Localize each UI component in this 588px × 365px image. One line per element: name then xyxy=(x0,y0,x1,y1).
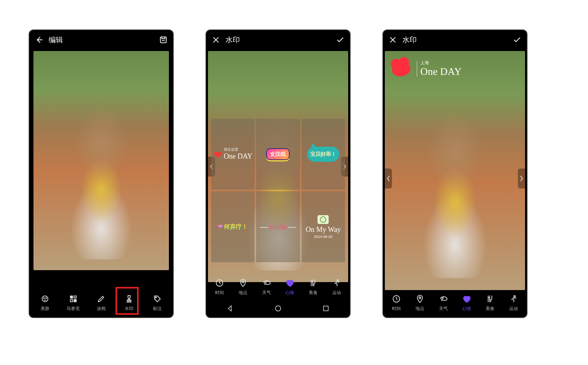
photo-canvas[interactable]: ❤我在这里One DAY 女汉纸 宝贝好乖！ 何弃疗！ smile On My … xyxy=(208,51,348,282)
confirm-icon[interactable] xyxy=(512,35,522,45)
applied-watermark[interactable]: 上海 One DAY xyxy=(392,60,462,78)
tool-label: 涂鸦 xyxy=(90,306,112,312)
android-navbar xyxy=(206,301,350,317)
svg-rect-0 xyxy=(161,37,167,43)
svg-point-18 xyxy=(514,296,515,297)
svg-point-10 xyxy=(242,281,244,283)
screen-watermark-picker: 水印 ❤我在这里One DAY 女汉纸 宝贝好乖！ 何弃疗！ smile xyxy=(206,30,350,317)
save-icon[interactable] xyxy=(159,35,168,45)
header: 水印 xyxy=(383,30,527,49)
svg-point-2 xyxy=(44,298,45,298)
close-icon[interactable] xyxy=(211,35,221,45)
screen-watermark-applied: 水印 上海 One DAY 时间 地点 天气 心情 美食 运动 xyxy=(383,30,527,317)
brush-icon xyxy=(90,294,112,304)
photo-canvas[interactable]: 上海 One DAY xyxy=(385,51,525,290)
cat-weather[interactable]: 天气 xyxy=(433,294,454,312)
svg-rect-5 xyxy=(74,296,76,298)
watermark-grid: ❤我在这里One DAY 女汉纸 宝贝好乖！ 何弃疗！ smile On My … xyxy=(211,119,345,262)
weather-icon xyxy=(256,278,277,288)
tool-draw[interactable]: 涂鸦 xyxy=(90,294,112,312)
photo-subject xyxy=(64,106,139,259)
food-icon xyxy=(479,294,501,304)
edit-toolbar: 美肤 马赛克 涂鸦 水印 标注 xyxy=(29,290,173,317)
category-toolbar: 时间 地点 天气 心情 美食 运动 xyxy=(206,275,350,301)
highlight-box xyxy=(116,287,139,315)
header: 编辑 xyxy=(29,30,173,49)
tool-mosaic[interactable]: 马赛克 xyxy=(63,294,84,312)
cat-mood[interactable]: 心情 xyxy=(279,278,300,296)
svg-rect-6 xyxy=(70,300,73,302)
svg-point-8 xyxy=(155,297,157,298)
cat-food[interactable]: 美食 xyxy=(302,278,324,296)
prev-watermark[interactable] xyxy=(385,169,392,188)
svg-point-12 xyxy=(337,280,339,281)
photo-canvas[interactable] xyxy=(33,51,169,270)
cat-sport[interactable]: 运动 xyxy=(326,278,347,296)
cat-time[interactable]: 时间 xyxy=(209,278,230,296)
clock-icon xyxy=(386,294,407,304)
svg-point-16 xyxy=(419,297,421,299)
mosaic-icon xyxy=(63,294,84,304)
photo-subject xyxy=(416,111,494,278)
tool-label: 标注 xyxy=(147,306,168,312)
tag-icon xyxy=(147,294,168,304)
svg-point-13 xyxy=(275,306,280,311)
watermark-option-omw[interactable]: On My Way2014-05-20 xyxy=(302,191,345,262)
cat-location[interactable]: 地点 xyxy=(232,278,254,296)
clock-icon xyxy=(209,278,230,288)
back-icon[interactable] xyxy=(34,35,44,45)
cat-location[interactable]: 地点 xyxy=(409,294,431,312)
svg-point-1 xyxy=(42,296,48,302)
heart-icon xyxy=(279,278,300,288)
header-title: 编辑 xyxy=(49,35,159,45)
watermark-option-bbhg[interactable]: 宝贝好乖！ xyxy=(302,119,345,190)
nav-recent[interactable] xyxy=(322,304,330,314)
watermark-location: 上海 xyxy=(420,60,462,66)
header-title: 水印 xyxy=(402,35,512,45)
tool-annotate[interactable]: 标注 xyxy=(147,294,168,312)
cat-sport[interactable]: 运动 xyxy=(503,294,524,312)
svg-rect-7 xyxy=(74,300,76,302)
nav-back[interactable] xyxy=(226,304,234,314)
watermark-option-nhz[interactable]: 女汉纸 xyxy=(256,119,300,190)
heart-icon: ❤ xyxy=(214,149,222,161)
header: 水印 xyxy=(206,30,350,49)
svg-rect-4 xyxy=(70,296,73,298)
svg-rect-14 xyxy=(323,306,328,311)
svg-point-3 xyxy=(46,298,47,298)
camera-icon xyxy=(318,215,329,224)
pin-icon xyxy=(232,278,254,288)
close-icon[interactable] xyxy=(388,35,398,45)
nav-home[interactable] xyxy=(274,304,282,314)
watermark-option-hbl[interactable]: 何弃疗！ xyxy=(211,191,255,262)
watermark-text: One DAY xyxy=(420,66,462,77)
separator xyxy=(417,61,417,77)
heart-icon xyxy=(456,294,477,304)
pin-icon xyxy=(409,294,431,304)
run-icon xyxy=(503,294,524,304)
cat-time[interactable]: 时间 xyxy=(386,294,407,312)
next-watermark[interactable] xyxy=(518,169,525,188)
heart-icon xyxy=(391,60,412,78)
watermark-option-oneday[interactable]: ❤我在这里One DAY xyxy=(211,119,255,190)
food-icon xyxy=(302,278,324,288)
weather-icon xyxy=(433,294,454,304)
tool-label: 美肤 xyxy=(34,306,56,312)
tool-beauty[interactable]: 美肤 xyxy=(34,294,56,312)
tool-label: 马赛克 xyxy=(63,306,84,312)
face-icon xyxy=(34,294,56,304)
run-icon xyxy=(326,278,347,288)
cat-food[interactable]: 美食 xyxy=(479,294,501,312)
cat-mood[interactable]: 心情 xyxy=(456,294,477,312)
header-title: 水印 xyxy=(225,35,335,45)
screen-edit: 编辑 美肤 马赛克 涂鸦 水印 标注 xyxy=(29,30,173,317)
watermark-option-smile[interactable]: smile xyxy=(256,191,300,262)
category-toolbar: 时间 地点 天气 心情 美食 运动 xyxy=(383,290,527,317)
confirm-icon[interactable] xyxy=(335,35,345,45)
cat-weather[interactable]: 天气 xyxy=(256,278,277,296)
